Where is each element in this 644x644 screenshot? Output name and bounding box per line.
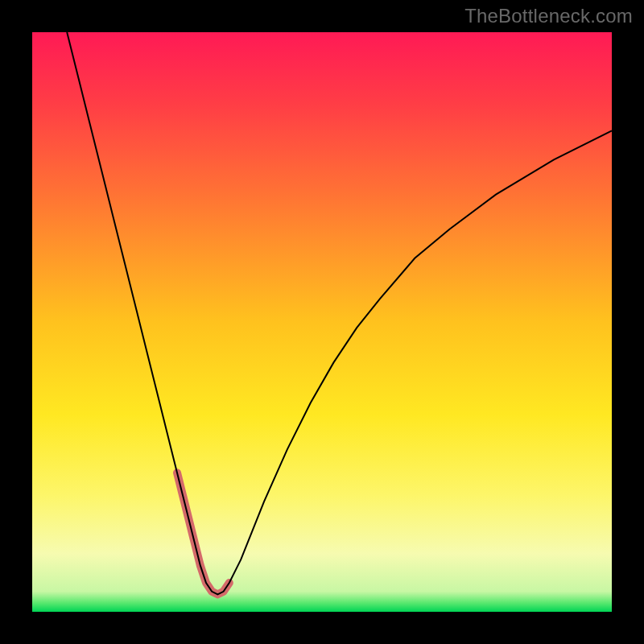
plot-area: [32, 32, 612, 612]
watermark-text: TheBottleneck.com: [464, 5, 633, 27]
chart-svg: [32, 32, 612, 612]
chart-background: [32, 32, 612, 612]
chart-frame: TheBottleneck.com: [0, 0, 644, 644]
